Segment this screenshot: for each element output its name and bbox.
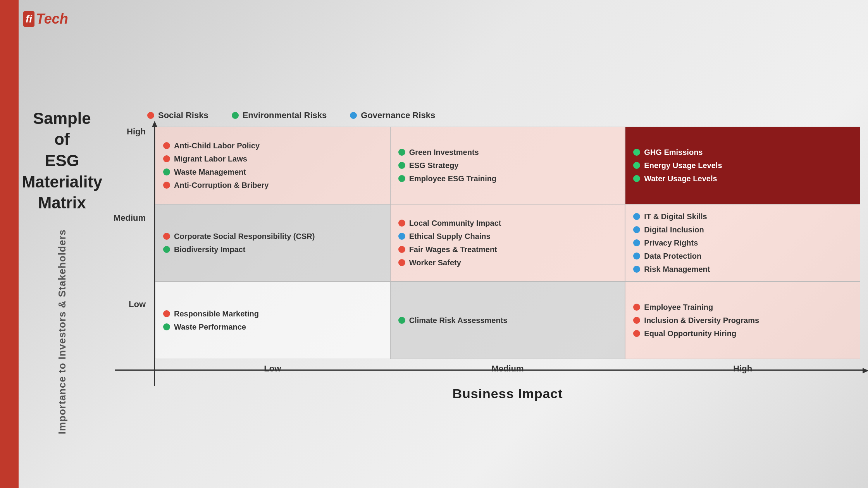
cell-high-high: GHG Emissions Energy Usage Levels Water … — [625, 127, 860, 204]
y-label-low: Low — [129, 299, 151, 309]
item-water: Water Usage Levels — [633, 174, 852, 184]
logo-icon: fi — [23, 11, 34, 27]
item-migrant: Migrant Labor Laws — [163, 154, 382, 164]
left-section: SampleofESGMaterialityMatrix Importance … — [23, 31, 101, 480]
item-privacy: Privacy Rights — [633, 238, 852, 248]
y-label-medium: Medium — [114, 213, 151, 223]
legend-env-label: Environmental Risks — [243, 110, 327, 120]
gov-dot — [350, 112, 357, 119]
item-digital-inclusion: Digital Inclusion — [633, 225, 852, 235]
item-equal-opp: Equal Opportunity Hiring — [633, 328, 852, 339]
legend-row: Social Risks Environmental Risks Governa… — [116, 110, 860, 120]
matrix-wrapper: High Medium Low Anti-Child Labor Policy — [116, 127, 860, 401]
item-energy: Energy Usage Levels — [633, 160, 852, 170]
item-supply-chains: Ethical Supply Chains — [398, 231, 617, 241]
item-anti-child: Anti-Child Labor Policy — [163, 141, 382, 151]
cell-medium-high: IT & Digital Skills Digital Inclusion Pr… — [625, 204, 860, 282]
env-dot — [232, 112, 239, 119]
page-title: SampleofESGMaterialityMatrix — [22, 108, 102, 214]
cell-low-medium: Climate Risk Assessments — [390, 282, 625, 359]
legend-environmental: Environmental Risks — [232, 110, 327, 120]
x-axis-line — [115, 369, 866, 371]
cell-high-low: Anti-Child Labor Policy Migrant Labor La… — [155, 127, 390, 204]
y-axis-label: Importance to Investors & Stakeholders — [56, 229, 68, 434]
item-inclusion-div: Inclusion & Diversity Programs — [633, 315, 852, 325]
legend-social: Social Risks — [147, 110, 208, 120]
item-csr: Corporate Social Responsibility (CSR) — [163, 231, 382, 241]
item-fair-wages: Fair Wages & Treatment — [398, 244, 617, 254]
cell-high-medium: Green Investments ESG Strategy Employee … — [390, 127, 625, 204]
y-label-high: High — [127, 127, 151, 137]
item-green-invest: Green Investments — [398, 147, 617, 157]
legend-social-label: Social Risks — [158, 110, 208, 120]
item-community: Local Community Impact — [398, 218, 617, 228]
logo: fi Tech — [23, 11, 68, 27]
y-axis-line — [154, 127, 155, 386]
item-worker-safety: Worker Safety — [398, 258, 617, 268]
legend-governance: Governance Risks — [350, 110, 435, 120]
chart-area: Social Risks Environmental Risks Governa… — [101, 110, 860, 401]
cell-low-high: Employee Training Inclusion & Diversity … — [625, 282, 860, 359]
x-axis-arrow — [863, 368, 868, 373]
item-risk-mgmt: Risk Management — [633, 264, 852, 274]
legend-gov-label: Governance Risks — [361, 110, 435, 120]
x-label-medium: Medium — [390, 359, 625, 382]
title-block: SampleofESGMaterialityMatrix — [22, 108, 102, 214]
item-esg-strategy: ESG Strategy — [398, 160, 617, 170]
x-label-low: Low — [155, 359, 390, 382]
x-label-high: High — [625, 359, 860, 382]
y-axis-arrow — [152, 121, 157, 127]
y-axis-label-container: Importance to Investors & Stakeholders — [56, 229, 68, 434]
left-bar — [0, 0, 19, 488]
item-it-digital: IT & Digital Skills — [633, 211, 852, 222]
grid-and-x: Anti-Child Labor Policy Migrant Labor La… — [155, 127, 860, 401]
x-labels: Low Medium High — [155, 359, 860, 382]
item-ghg: GHG Emissions — [633, 147, 852, 157]
x-axis-title: Business Impact — [155, 382, 860, 401]
cell-medium-medium: Local Community Impact Ethical Supply Ch… — [390, 204, 625, 282]
item-climate-risk: Climate Risk Assessments — [398, 315, 617, 325]
item-waste-mgmt: Waste Management — [163, 167, 382, 177]
item-anti-corruption: Anti-Corruption & Bribery — [163, 180, 382, 190]
item-emp-training: Employee Training — [633, 302, 852, 312]
item-biodiversity: Biodiversity Impact — [163, 244, 382, 254]
matrix-grid: Anti-Child Labor Policy Migrant Labor La… — [155, 127, 860, 359]
cell-medium-low: Corporate Social Responsibility (CSR) Bi… — [155, 204, 390, 282]
logo-text: Tech — [36, 11, 68, 27]
item-data-protection: Data Protection — [633, 251, 852, 261]
social-dot — [147, 112, 154, 119]
y-labels: High Medium Low — [116, 127, 155, 401]
item-resp-marketing: Responsible Marketing — [163, 309, 382, 319]
item-esg-training: Employee ESG Training — [398, 174, 617, 184]
cell-low-low: Responsible Marketing Waste Performance — [155, 282, 390, 359]
main-container: SampleofESGMaterialityMatrix Importance … — [23, 31, 860, 480]
item-waste-perf: Waste Performance — [163, 322, 382, 332]
